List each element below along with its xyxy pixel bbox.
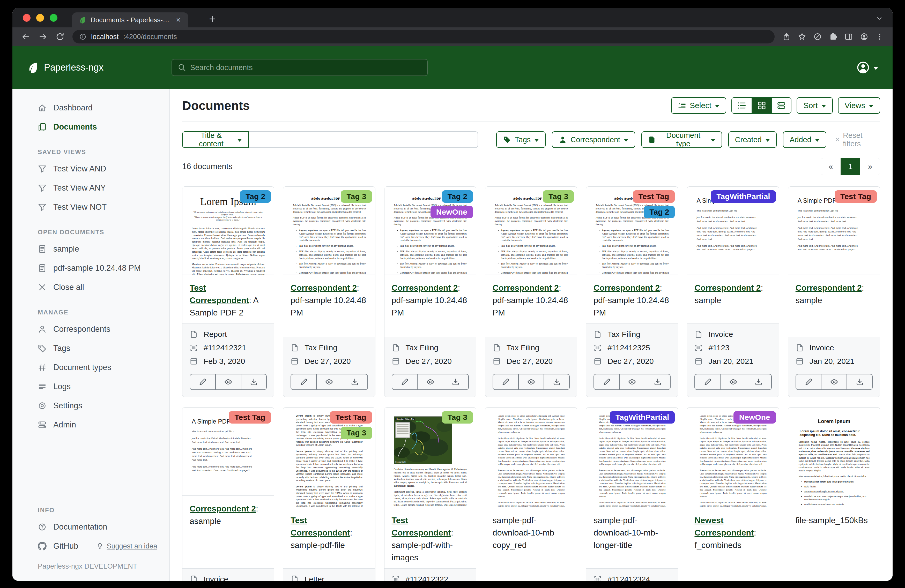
reload-icon[interactable] [56,32,65,41]
sidebar-item-logs[interactable]: Logs [13,377,170,396]
tag-badge[interactable]: Test Tag [835,190,877,203]
view-button[interactable] [215,374,241,390]
forward-icon[interactable] [38,32,48,41]
download-button[interactable] [241,374,267,390]
sidebar-item-document-types[interactable]: Document types [13,358,170,377]
edit-button[interactable] [493,374,518,390]
share-icon[interactable] [782,33,791,41]
edit-button[interactable] [796,374,821,390]
tag-badge[interactable]: NewOne [430,206,473,218]
document-thumbnail[interactable]: Lorem ipsumLorem ipsum dolor sit amet, c… [788,407,880,507]
view-button[interactable] [821,374,846,390]
download-button[interactable] [543,374,569,390]
tag-badge[interactable]: Tag 2 [442,190,473,203]
correspondent-link[interactable]: Correspondent 2 [594,283,660,292]
document-thumbnail[interactable]: A Simple PDF FileThis is a small demonst… [183,407,274,495]
previous-page-button[interactable]: « [821,158,841,175]
detail-view-button[interactable] [771,98,791,113]
sort-button[interactable]: Sort [797,97,832,114]
tag-badge[interactable]: Tag 2 [240,190,271,203]
back-icon[interactable] [21,32,30,41]
zoom-window-button[interactable] [50,14,57,22]
sidebar-item-documents[interactable]: Documents [13,117,170,136]
grid-view-button[interactable] [752,98,771,113]
side-panel-icon[interactable] [845,33,853,41]
site-info-icon[interactable] [79,33,86,40]
tag-badge[interactable]: Tag 2 [644,206,675,218]
sidebar-item-correspondents[interactable]: Correspondents [13,320,170,339]
document-thumbnail[interactable]: A Simple PDF FileThis is a small demonst… [687,187,779,274]
search-input[interactable] [190,63,421,72]
tag-badge[interactable]: NewOne [734,411,776,423]
sidebar-item-test-view-and[interactable]: Test View AND [13,159,170,178]
sidebar-item-sample[interactable]: sample [13,239,170,258]
correspondent-link[interactable]: Test Correspondent [190,283,249,305]
new-tab-button[interactable]: + [209,13,216,25]
edit-button[interactable] [291,374,316,390]
browser-tab[interactable]: Documents - Paperless-ngx × [72,13,188,27]
title-content-dropdown[interactable]: Title & content [182,132,249,148]
sidebar-item-close-all[interactable]: Close all [13,278,170,297]
document-thumbnail[interactable]: A Simple PDF FileThis is a small demonst… [788,187,880,274]
tag-badge[interactable]: Tag 3 [543,190,574,203]
view-button[interactable] [619,374,645,390]
account-menu[interactable] [856,61,878,74]
sidebar-item-test-view-any[interactable]: Test View ANY [13,178,170,198]
sidebar-item-settings[interactable]: Settings [13,396,170,415]
browser-menu-kebab-icon[interactable] [875,33,884,41]
added-filter-button[interactable]: Added [783,132,826,148]
bookmark-star-icon[interactable] [798,33,806,41]
download-button[interactable] [746,374,771,390]
tag-badge[interactable]: Test Tag [330,411,372,423]
title-content-input[interactable] [249,132,478,148]
sidebar-item-github[interactable]: GitHubSuggest an idea [13,537,170,556]
document-type-filter-button[interactable]: Document type [641,132,722,148]
document-thumbnail[interactable]: Lorem Ipsum"Neque porro quisquam est qui… [183,187,274,274]
sidebar-item-admin[interactable]: Admin [13,415,170,434]
correspondent-link[interactable]: Correspondent 2 [795,283,862,292]
tab-list-chevron-icon[interactable] [875,14,883,22]
tag-badge[interactable]: Test Tag [229,411,271,423]
document-thumbnail[interactable]: Adobe Acrobat PDF FilesAdobe® Portable D… [586,187,678,274]
next-page-button[interactable]: » [860,158,880,175]
document-thumbnail[interactable]: Lorem ipsum dolor sit amet, consectetur … [586,407,678,507]
document-thumbnail[interactable]: Lorem Ipsum is simply dummy text of the … [283,407,375,507]
address-bar[interactable]: localhost:4200/documents [73,30,775,43]
edit-button[interactable] [392,374,417,390]
tag-badge[interactable]: TagWithPartial [610,411,675,423]
sidebar-item-documentation[interactable]: Documentation [13,517,170,537]
correspondent-link[interactable]: Correspondent 2 [492,283,559,292]
extensions-puzzle-icon[interactable] [829,33,837,41]
correspondent-link[interactable]: Correspondent 2 [392,283,458,292]
correspondent-link[interactable]: Correspondent 2 [694,283,761,292]
correspondent-link[interactable]: Test Correspondent [392,516,451,537]
close-window-button[interactable] [23,14,30,22]
correspondent-link[interactable]: Newest Correspondent [694,516,754,537]
suggest-an-idea-link[interactable]: Suggest an idea [96,542,157,550]
correspondent-link[interactable]: Test Correspondent [291,516,350,537]
tags-filter-button[interactable]: Tags [496,132,546,148]
created-filter-button[interactable]: Created [728,132,777,148]
download-button[interactable] [443,374,468,390]
view-button[interactable] [720,374,746,390]
download-button[interactable] [846,374,872,390]
correspondent-link[interactable]: Correspondent 2 [190,504,256,513]
document-thumbnail[interactable]: Lorem ipsum dolor sit amet, consectetur … [485,407,577,507]
view-button[interactable] [417,374,443,390]
download-button[interactable] [342,374,367,390]
tag-badge[interactable]: Tag 3 [341,190,372,203]
document-thumbnail[interactable]: Adobe Acrobat PDF FilesAdobe® Portable D… [384,187,476,274]
sidebar-item-test-view-not[interactable]: Test View NOT [13,198,170,217]
document-thumbnail[interactable]: Adobe Acrobat PDF FilesAdobe® Portable D… [485,187,577,274]
document-thumbnail[interactable]: Adobe Acrobat PDF FilesAdobe® Portable D… [283,187,375,274]
views-button[interactable]: Views [838,97,880,114]
view-button[interactable] [518,374,544,390]
edit-button[interactable] [594,374,619,390]
sidebar-item-dashboard[interactable]: Dashboard [13,98,170,117]
document-thumbnail[interactable]: Boundary Waters TripGoogle EarthCurabitu… [384,407,476,507]
reset-filters-button[interactable]: × Reset filters [835,131,880,148]
tag-badge[interactable]: Tag 3 [341,426,372,439]
sidebar-item-pdf-sample-10-24-48-pm[interactable]: pdf-sample 10.24.48 PM [13,258,170,278]
tag-badge[interactable]: Test Tag [633,190,675,203]
edit-button[interactable] [190,374,215,390]
